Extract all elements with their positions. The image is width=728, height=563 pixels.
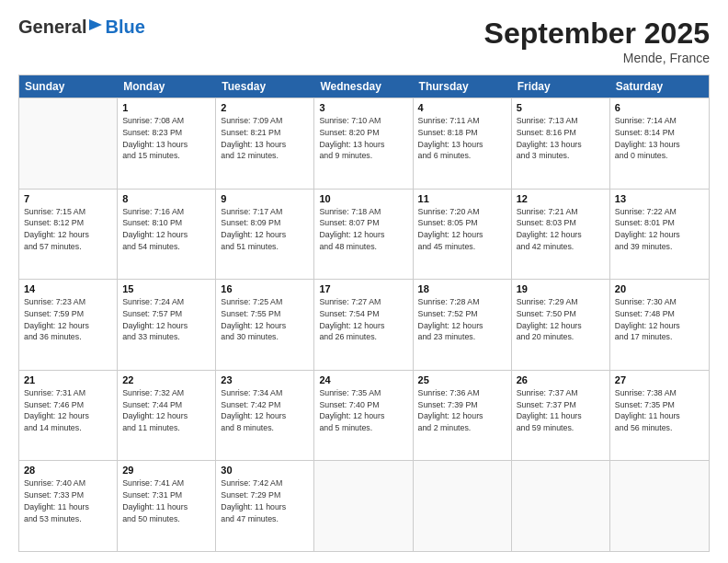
cell-info: Sunrise: 7:29 AM Sunset: 7:50 PM Dayligh… xyxy=(517,296,605,343)
day-number: 7 xyxy=(24,193,112,204)
calendar-cell: 16Sunrise: 7:25 AM Sunset: 7:55 PM Dayli… xyxy=(216,280,314,370)
cell-info: Sunrise: 7:22 AM Sunset: 8:01 PM Dayligh… xyxy=(615,206,704,253)
cell-info: Sunrise: 7:32 AM Sunset: 7:44 PM Dayligh… xyxy=(122,387,210,434)
calendar-cell: 17Sunrise: 7:27 AM Sunset: 7:54 PM Dayli… xyxy=(314,280,413,370)
page-title: September 2025 xyxy=(484,17,710,51)
cell-info: Sunrise: 7:21 AM Sunset: 8:03 PM Dayligh… xyxy=(517,206,605,253)
cell-info: Sunrise: 7:11 AM Sunset: 8:18 PM Dayligh… xyxy=(418,115,506,162)
calendar-cell: 15Sunrise: 7:24 AM Sunset: 7:57 PM Dayli… xyxy=(118,280,216,370)
cell-info: Sunrise: 7:09 AM Sunset: 8:21 PM Dayligh… xyxy=(221,115,309,162)
calendar-cell: 20Sunrise: 7:30 AM Sunset: 7:48 PM Dayli… xyxy=(610,280,709,370)
logo-blue: Blue xyxy=(105,17,144,38)
calendar-header-cell: Wednesday xyxy=(314,75,413,98)
cell-info: Sunrise: 7:24 AM Sunset: 7:57 PM Dayligh… xyxy=(122,296,210,343)
cell-info: Sunrise: 7:40 AM Sunset: 7:33 PM Dayligh… xyxy=(24,477,112,524)
calendar-cell: 6Sunrise: 7:14 AM Sunset: 8:14 PM Daylig… xyxy=(610,98,709,189)
calendar-header-row: SundayMondayTuesdayWednesdayThursdayFrid… xyxy=(19,75,709,98)
calendar-cell: 9Sunrise: 7:17 AM Sunset: 8:09 PM Daylig… xyxy=(216,190,314,280)
calendar-cell xyxy=(314,461,413,551)
day-number: 4 xyxy=(418,102,506,113)
calendar-cell: 12Sunrise: 7:21 AM Sunset: 8:03 PM Dayli… xyxy=(512,190,610,280)
calendar-cell: 7Sunrise: 7:15 AM Sunset: 8:12 PM Daylig… xyxy=(19,190,118,280)
calendar-cell: 29Sunrise: 7:41 AM Sunset: 7:31 PM Dayli… xyxy=(118,461,216,551)
calendar-cell xyxy=(610,461,709,551)
cell-info: Sunrise: 7:28 AM Sunset: 7:52 PM Dayligh… xyxy=(418,296,506,343)
cell-info: Sunrise: 7:15 AM Sunset: 8:12 PM Dayligh… xyxy=(24,206,112,253)
calendar-cell xyxy=(19,98,118,189)
day-number: 30 xyxy=(221,465,309,476)
calendar-row: 7Sunrise: 7:15 AM Sunset: 8:12 PM Daylig… xyxy=(19,189,709,280)
calendar-cell: 24Sunrise: 7:35 AM Sunset: 7:40 PM Dayli… xyxy=(314,371,413,461)
calendar-cell: 10Sunrise: 7:18 AM Sunset: 8:07 PM Dayli… xyxy=(314,190,413,280)
cell-info: Sunrise: 7:08 AM Sunset: 8:23 PM Dayligh… xyxy=(122,115,210,162)
calendar-cell xyxy=(512,461,610,551)
day-number: 27 xyxy=(615,374,704,385)
calendar-header-cell: Thursday xyxy=(414,75,512,98)
logo-general: General xyxy=(18,17,86,38)
title-block: September 2025 Mende, France xyxy=(484,17,710,65)
logo-flag-icon xyxy=(87,17,104,38)
calendar-cell: 25Sunrise: 7:36 AM Sunset: 7:39 PM Dayli… xyxy=(414,371,512,461)
cell-info: Sunrise: 7:37 AM Sunset: 7:37 PM Dayligh… xyxy=(517,387,605,434)
logo: General Blue xyxy=(18,17,145,38)
day-number: 18 xyxy=(418,283,506,294)
calendar-body: 1Sunrise: 7:08 AM Sunset: 8:23 PM Daylig… xyxy=(19,98,709,551)
calendar-header-cell: Saturday xyxy=(610,75,709,98)
calendar-cell: 21Sunrise: 7:31 AM Sunset: 7:46 PM Dayli… xyxy=(19,371,118,461)
cell-info: Sunrise: 7:18 AM Sunset: 8:07 PM Dayligh… xyxy=(319,206,407,253)
day-number: 2 xyxy=(221,102,309,113)
day-number: 6 xyxy=(615,102,704,113)
calendar-row: 14Sunrise: 7:23 AM Sunset: 7:59 PM Dayli… xyxy=(19,279,709,370)
day-number: 8 xyxy=(122,193,210,204)
calendar-cell: 30Sunrise: 7:42 AM Sunset: 7:29 PM Dayli… xyxy=(216,461,314,551)
calendar-cell: 4Sunrise: 7:11 AM Sunset: 8:18 PM Daylig… xyxy=(414,98,512,189)
calendar-header-cell: Monday xyxy=(118,75,216,98)
day-number: 16 xyxy=(221,283,309,294)
day-number: 9 xyxy=(221,193,309,204)
calendar-header-cell: Friday xyxy=(512,75,610,98)
svg-marker-0 xyxy=(89,19,102,30)
calendar-cell: 22Sunrise: 7:32 AM Sunset: 7:44 PM Dayli… xyxy=(118,371,216,461)
cell-info: Sunrise: 7:25 AM Sunset: 7:55 PM Dayligh… xyxy=(221,296,309,343)
day-number: 23 xyxy=(221,374,309,385)
day-number: 25 xyxy=(418,374,506,385)
calendar-cell: 19Sunrise: 7:29 AM Sunset: 7:50 PM Dayli… xyxy=(512,280,610,370)
day-number: 5 xyxy=(517,102,605,113)
cell-info: Sunrise: 7:38 AM Sunset: 7:35 PM Dayligh… xyxy=(615,387,704,434)
cell-info: Sunrise: 7:17 AM Sunset: 8:09 PM Dayligh… xyxy=(221,206,309,253)
calendar-cell: 13Sunrise: 7:22 AM Sunset: 8:01 PM Dayli… xyxy=(610,190,709,280)
calendar-row: 21Sunrise: 7:31 AM Sunset: 7:46 PM Dayli… xyxy=(19,370,709,461)
day-number: 1 xyxy=(122,102,210,113)
calendar-cell: 11Sunrise: 7:20 AM Sunset: 8:05 PM Dayli… xyxy=(414,190,512,280)
cell-info: Sunrise: 7:13 AM Sunset: 8:16 PM Dayligh… xyxy=(517,115,605,162)
calendar-header-cell: Tuesday xyxy=(216,75,314,98)
logo-text: General Blue xyxy=(18,17,145,38)
day-number: 22 xyxy=(122,374,210,385)
calendar-cell: 3Sunrise: 7:10 AM Sunset: 8:20 PM Daylig… xyxy=(314,98,413,189)
day-number: 28 xyxy=(24,465,112,476)
calendar-cell: 2Sunrise: 7:09 AM Sunset: 8:21 PM Daylig… xyxy=(216,98,314,189)
calendar-cell xyxy=(414,461,512,551)
day-number: 26 xyxy=(517,374,605,385)
calendar-cell: 18Sunrise: 7:28 AM Sunset: 7:52 PM Dayli… xyxy=(414,280,512,370)
cell-info: Sunrise: 7:35 AM Sunset: 7:40 PM Dayligh… xyxy=(319,387,407,434)
calendar-cell: 27Sunrise: 7:38 AM Sunset: 7:35 PM Dayli… xyxy=(610,371,709,461)
calendar-header-cell: Sunday xyxy=(19,75,118,98)
cell-info: Sunrise: 7:42 AM Sunset: 7:29 PM Dayligh… xyxy=(221,477,309,524)
calendar-cell: 14Sunrise: 7:23 AM Sunset: 7:59 PM Dayli… xyxy=(19,280,118,370)
calendar: SundayMondayTuesdayWednesdayThursdayFrid… xyxy=(18,75,710,552)
calendar-cell: 23Sunrise: 7:34 AM Sunset: 7:42 PM Dayli… xyxy=(216,371,314,461)
calendar-row: 1Sunrise: 7:08 AM Sunset: 8:23 PM Daylig… xyxy=(19,98,709,189)
day-number: 20 xyxy=(615,283,704,294)
calendar-cell: 26Sunrise: 7:37 AM Sunset: 7:37 PM Dayli… xyxy=(512,371,610,461)
page: General Blue September 2025 Mende, Franc… xyxy=(0,0,728,563)
cell-info: Sunrise: 7:36 AM Sunset: 7:39 PM Dayligh… xyxy=(418,387,506,434)
day-number: 29 xyxy=(122,465,210,476)
cell-info: Sunrise: 7:16 AM Sunset: 8:10 PM Dayligh… xyxy=(122,206,210,253)
calendar-cell: 5Sunrise: 7:13 AM Sunset: 8:16 PM Daylig… xyxy=(512,98,610,189)
day-number: 17 xyxy=(319,283,407,294)
day-number: 13 xyxy=(615,193,704,204)
day-number: 24 xyxy=(319,374,407,385)
page-subtitle: Mende, France xyxy=(484,51,710,65)
day-number: 15 xyxy=(122,283,210,294)
